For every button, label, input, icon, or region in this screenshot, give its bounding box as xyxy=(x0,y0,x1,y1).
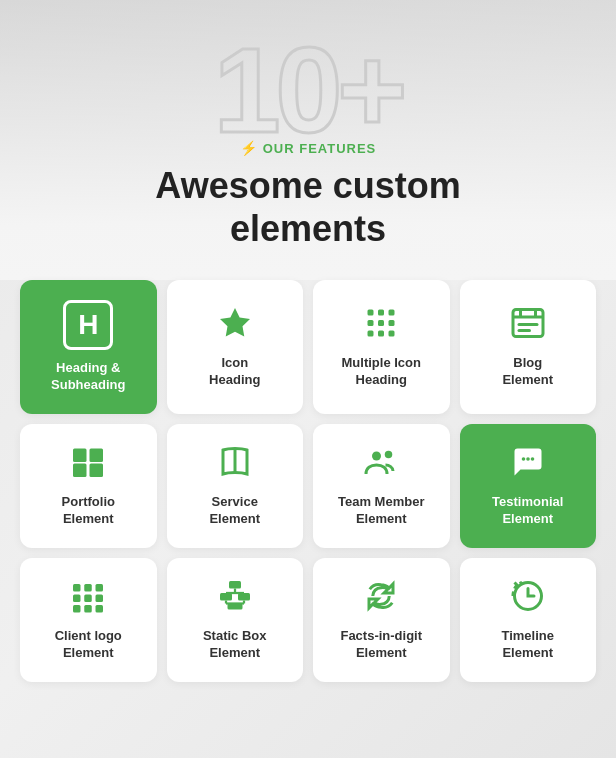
item-label: Team MemberElement xyxy=(338,494,424,528)
grid-item-static-box-element[interactable]: Static BoxElement xyxy=(167,558,304,682)
item-label: TestimonialElement xyxy=(492,494,563,528)
item-label: Static BoxElement xyxy=(203,628,267,662)
book-icon xyxy=(217,444,253,484)
svg-rect-14 xyxy=(517,329,531,332)
hero-number: 10+ xyxy=(0,30,616,150)
star-icon xyxy=(217,305,253,345)
svg-point-23 xyxy=(526,457,530,461)
svg-rect-32 xyxy=(85,605,93,613)
svg-rect-27 xyxy=(96,584,104,592)
grid-item-timeline-element[interactable]: TimelineElement xyxy=(460,558,597,682)
svg-rect-5 xyxy=(389,320,395,326)
svg-rect-6 xyxy=(368,331,374,337)
svg-point-20 xyxy=(372,452,381,461)
svg-rect-30 xyxy=(96,594,104,602)
svg-rect-16 xyxy=(90,449,104,463)
refresh-icon xyxy=(363,578,399,618)
svg-rect-13 xyxy=(517,323,538,326)
client-logo-icon xyxy=(70,578,106,618)
item-label: ServiceElement xyxy=(209,494,260,528)
svg-rect-7 xyxy=(378,331,384,337)
grid-item-multiple-icon-heading[interactable]: Multiple IconHeading xyxy=(313,280,450,414)
static-box-icon xyxy=(217,578,253,618)
svg-rect-3 xyxy=(368,320,374,326)
item-label: PortfolioElement xyxy=(62,494,115,528)
item-label: Facts-in-digitElement xyxy=(340,628,422,662)
grid-dots-icon xyxy=(363,305,399,345)
svg-rect-31 xyxy=(73,605,81,613)
features-grid: H Heading &Subheading IconHeading xyxy=(0,260,616,691)
blog-icon xyxy=(510,305,546,345)
svg-point-22 xyxy=(521,457,525,461)
grid-item-portfolio-element[interactable]: PortfolioElement xyxy=(20,424,157,548)
grid-item-heading-subheading[interactable]: H Heading &Subheading xyxy=(20,280,157,414)
svg-rect-17 xyxy=(73,464,87,478)
svg-point-24 xyxy=(530,457,534,461)
item-label: TimelineElement xyxy=(501,628,554,662)
svg-rect-4 xyxy=(378,320,384,326)
hero-subtitle-text: Our Features xyxy=(263,141,377,156)
lightning-icon: ⚡ xyxy=(240,140,257,156)
svg-rect-1 xyxy=(378,310,384,316)
grid-item-client-logo-element[interactable]: Client logoElement xyxy=(20,558,157,682)
hero-title: Awesome customelements xyxy=(0,164,616,250)
team-icon xyxy=(363,444,399,484)
hero-subtitle-row: ⚡ Our Features xyxy=(0,140,616,156)
svg-rect-33 xyxy=(96,605,104,613)
chat-icon xyxy=(510,444,546,484)
svg-rect-26 xyxy=(85,584,93,592)
grid-item-facts-in-digit-element[interactable]: Facts-in-digitElement xyxy=(313,558,450,682)
svg-rect-34 xyxy=(229,581,241,589)
svg-rect-29 xyxy=(85,594,93,602)
svg-point-21 xyxy=(385,451,393,459)
svg-rect-18 xyxy=(90,464,104,478)
svg-rect-28 xyxy=(73,594,81,602)
svg-rect-0 xyxy=(368,310,374,316)
grid-item-testimonial-element[interactable]: TestimonialElement xyxy=(460,424,597,548)
svg-rect-8 xyxy=(389,331,395,337)
clock-icon xyxy=(510,578,546,618)
item-label: Client logoElement xyxy=(55,628,122,662)
portfolio-icon xyxy=(70,444,106,484)
hero-section: 10+ xyxy=(0,0,616,150)
grid-item-blog-element[interactable]: BlogElement xyxy=(460,280,597,414)
svg-rect-15 xyxy=(73,449,87,463)
item-label: Heading &Subheading xyxy=(51,360,125,394)
svg-rect-25 xyxy=(73,584,81,592)
h-letter-icon: H xyxy=(63,300,113,350)
grid-item-team-member-element[interactable]: Team MemberElement xyxy=(313,424,450,548)
grid-item-service-element[interactable]: ServiceElement xyxy=(167,424,304,548)
item-label: Multiple IconHeading xyxy=(342,355,421,389)
item-label: IconHeading xyxy=(209,355,260,389)
item-label: BlogElement xyxy=(502,355,553,389)
grid-item-icon-heading[interactable]: IconHeading xyxy=(167,280,304,414)
svg-rect-2 xyxy=(389,310,395,316)
